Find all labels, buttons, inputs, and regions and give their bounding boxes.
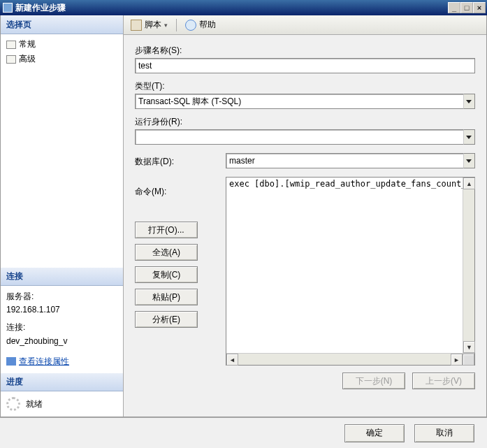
run-as-label: 运行身份(R): — [135, 116, 475, 128]
sidebar-item-general[interactable]: 常规 — [3, 37, 120, 52]
select-all-button[interactable]: 全选(A) — [135, 244, 198, 261]
scroll-right-button[interactable]: ► — [451, 354, 463, 366]
connection-label: 连接: — [6, 321, 117, 334]
toolbar-separator — [176, 19, 177, 31]
page-icon — [6, 55, 16, 64]
database-input[interactable] — [226, 153, 463, 168]
type-dropdown-button[interactable] — [463, 94, 475, 109]
progress-spinner-icon — [6, 397, 20, 411]
copy-button[interactable]: 复制(C) — [135, 266, 198, 283]
database-combobox[interactable] — [226, 153, 475, 168]
scroll-down-button[interactable]: ▼ — [463, 341, 475, 353]
step-name-input[interactable] — [135, 58, 475, 73]
database-dropdown-button[interactable] — [463, 153, 475, 168]
footer-bar: 确定 取消 — [0, 417, 487, 448]
left-pane: 选择页 常规 高级 连接 服务器: 192.168.1.107 连接: dev_… — [1, 15, 124, 417]
step-name-label: 步骤名称(S): — [135, 45, 475, 57]
right-pane: 脚本 ▾ 帮助 步骤名称(S): 类型(T): 运行身份 — [124, 15, 486, 417]
minimize-button[interactable]: _ — [448, 2, 460, 13]
titlebar[interactable]: 新建作业步骤 _ □ × — [0, 0, 487, 15]
command-textarea[interactable] — [226, 178, 463, 353]
run-as-input[interactable] — [135, 129, 463, 145]
scroll-up-button[interactable]: ▲ — [463, 178, 475, 189]
connection-properties-icon — [6, 357, 16, 366]
vertical-scrollbar[interactable]: ▲ ▼ — [463, 178, 474, 353]
type-combobox[interactable] — [135, 94, 475, 109]
chevron-down-icon: ▾ — [164, 22, 168, 29]
script-button[interactable]: 脚本 ▾ — [128, 17, 170, 32]
type-input[interactable] — [135, 94, 463, 109]
script-icon — [131, 20, 142, 31]
toolbar: 脚本 ▾ 帮助 — [124, 15, 486, 35]
paste-button[interactable]: 粘贴(P) — [135, 289, 198, 305]
sidebar-item-advanced[interactable]: 高级 — [3, 52, 120, 66]
next-step-button[interactable]: 下一步(N) — [342, 373, 405, 389]
help-label: 帮助 — [199, 19, 216, 31]
script-label: 脚本 — [145, 19, 161, 31]
window-title: 新建作业步骤 — [15, 2, 448, 14]
horizontal-scrollbar[interactable]: ◄ ► — [226, 353, 474, 365]
progress-header: 进度 — [1, 373, 123, 391]
connection-value: dev_zhoubing_v — [6, 335, 117, 348]
app-icon — [3, 3, 13, 13]
select-page-header: 选择页 — [1, 15, 123, 34]
maximize-button[interactable]: □ — [460, 2, 473, 13]
scrollbar-corner — [463, 354, 474, 366]
scroll-left-button[interactable]: ◄ — [226, 354, 238, 366]
link-label: 查看连接属性 — [19, 355, 69, 368]
sidebar-item-label: 高级 — [19, 53, 36, 65]
help-button[interactable]: 帮助 — [182, 17, 219, 32]
prev-step-button[interactable]: 上一步(V) — [412, 373, 475, 389]
parse-button[interactable]: 分析(E) — [135, 311, 198, 328]
view-connection-properties-link[interactable]: 查看连接属性 — [6, 355, 117, 368]
run-as-dropdown-button[interactable] — [463, 129, 475, 145]
server-value: 192.168.1.107 — [6, 303, 117, 317]
sidebar-item-label: 常规 — [19, 38, 36, 50]
command-textarea-container: ▲ ▼ ◄ ► — [226, 177, 475, 366]
help-icon — [185, 20, 196, 31]
type-label: 类型(T): — [135, 80, 475, 92]
progress-status: 就绪 — [26, 398, 43, 410]
ok-button[interactable]: 确定 — [344, 424, 405, 442]
run-as-combobox[interactable] — [135, 129, 475, 145]
open-button[interactable]: 打开(O)... — [135, 222, 198, 238]
database-label: 数据库(D): — [135, 156, 219, 168]
close-button[interactable]: × — [473, 2, 486, 13]
connection-header: 连接 — [1, 267, 123, 286]
cancel-button[interactable]: 取消 — [414, 424, 474, 442]
page-icon — [6, 41, 16, 49]
server-label: 服务器: — [6, 290, 117, 303]
command-label: 命令(M): — [135, 186, 219, 198]
